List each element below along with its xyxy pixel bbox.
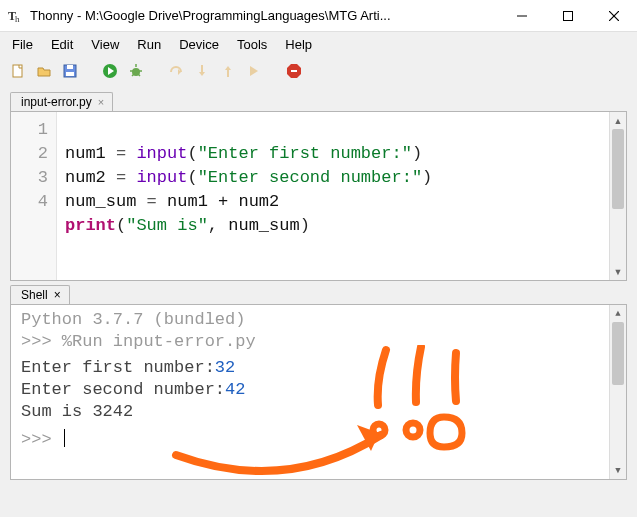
editor-scrollbar[interactable]: ▲ ▼: [609, 112, 626, 280]
toolbar: [0, 56, 637, 86]
svg-rect-8: [67, 65, 73, 69]
scroll-up-icon[interactable]: ▲: [610, 305, 626, 322]
menu-file[interactable]: File: [4, 35, 41, 54]
step-out-icon[interactable]: [218, 61, 238, 81]
window-title: Thonny - M:\Google Drive\ProgrammingLang…: [30, 8, 391, 23]
shell-scrollbar[interactable]: ▲ ▼: [609, 305, 626, 479]
code-editor[interactable]: 1 2 3 4 num1 = input("Enter first number…: [10, 111, 627, 281]
app-icon: Th: [8, 8, 24, 24]
line-number: 4: [11, 190, 48, 214]
shell-run-line: >>> %Run input-error.py: [21, 331, 620, 353]
line-number: 1: [11, 118, 48, 142]
scroll-down-icon[interactable]: ▼: [610, 462, 626, 479]
scroll-down-icon[interactable]: ▼: [610, 263, 626, 280]
shell-io-line: Enter second number:42: [21, 379, 620, 401]
svg-text:h: h: [15, 14, 20, 24]
maximize-button[interactable]: [545, 0, 591, 32]
line-number: 3: [11, 166, 48, 190]
window-titlebar: Th Thonny - M:\Google Drive\ProgrammingL…: [0, 0, 637, 32]
resume-icon[interactable]: [244, 61, 264, 81]
menu-run[interactable]: Run: [129, 35, 169, 54]
svg-marker-23: [250, 66, 258, 76]
close-button[interactable]: [591, 0, 637, 32]
line-number: 2: [11, 142, 48, 166]
svg-rect-6: [13, 65, 22, 77]
close-tab-icon[interactable]: ×: [98, 96, 104, 108]
step-into-icon[interactable]: [192, 61, 212, 81]
code-area[interactable]: num1 = input("Enter first number:") num2…: [57, 112, 440, 280]
menu-bar: File Edit View Run Device Tools Help: [0, 32, 637, 56]
shell-io-line: Enter first number:32: [21, 357, 620, 379]
svg-rect-9: [66, 72, 74, 76]
menu-view[interactable]: View: [83, 35, 127, 54]
menu-help[interactable]: Help: [277, 35, 320, 54]
svg-rect-25: [291, 70, 297, 72]
editor-panel: input-error.py × 1 2 3 4 num1 = input("E…: [10, 92, 627, 281]
svg-marker-20: [199, 72, 205, 76]
step-over-icon[interactable]: [166, 61, 186, 81]
close-tab-icon[interactable]: ×: [54, 288, 61, 302]
run-icon[interactable]: [100, 61, 120, 81]
svg-marker-22: [225, 66, 231, 70]
shell-banner: Python 3.7.7 (bundled): [21, 309, 620, 331]
scroll-thumb[interactable]: [612, 129, 624, 209]
menu-device[interactable]: Device: [171, 35, 227, 54]
shell-panel: Shell × Python 3.7.7 (bundled) >>> %Run …: [10, 285, 627, 480]
menu-edit[interactable]: Edit: [43, 35, 81, 54]
editor-tab-label: input-error.py: [21, 95, 92, 109]
shell-output-line: Sum is 3242: [21, 401, 620, 423]
new-file-icon[interactable]: [8, 61, 28, 81]
shell-tab[interactable]: Shell ×: [10, 285, 70, 304]
menu-tools[interactable]: Tools: [229, 35, 275, 54]
shell-output[interactable]: Python 3.7.7 (bundled) >>> %Run input-er…: [10, 304, 627, 480]
cursor-icon: [64, 429, 65, 447]
stop-icon[interactable]: [284, 61, 304, 81]
scroll-thumb[interactable]: [612, 322, 624, 385]
svg-rect-3: [564, 11, 573, 20]
svg-line-17: [138, 74, 140, 76]
svg-line-16: [132, 74, 134, 76]
shell-tab-label: Shell: [21, 288, 48, 302]
editor-tab[interactable]: input-error.py ×: [10, 92, 113, 111]
minimize-button[interactable]: [499, 0, 545, 32]
save-icon[interactable]: [60, 61, 80, 81]
scroll-up-icon[interactable]: ▲: [610, 112, 626, 129]
debug-icon[interactable]: [126, 61, 146, 81]
open-file-icon[interactable]: [34, 61, 54, 81]
line-gutter: 1 2 3 4: [11, 112, 57, 280]
shell-prompt[interactable]: >>>: [21, 429, 620, 451]
